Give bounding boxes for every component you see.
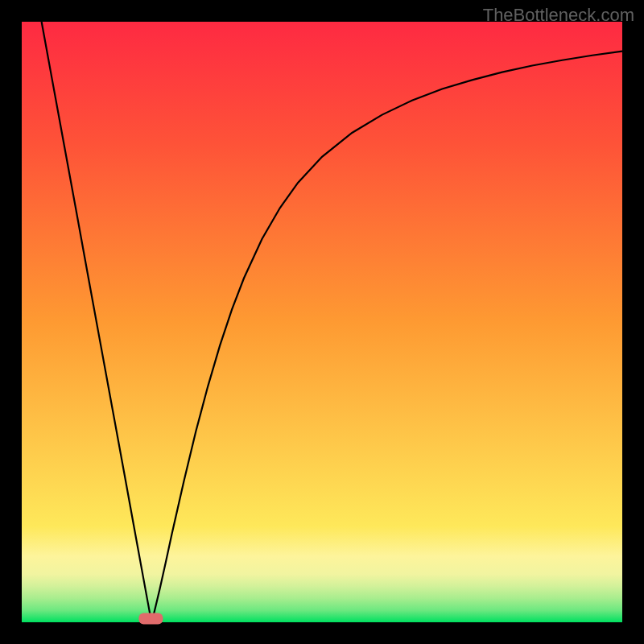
plot-area <box>22 22 622 622</box>
watermark-text: TheBottleneck.com <box>483 5 634 26</box>
minimum-marker <box>138 613 163 625</box>
bottleneck-chart: TheBottleneck.com <box>0 0 644 644</box>
chart-canvas <box>0 0 644 644</box>
